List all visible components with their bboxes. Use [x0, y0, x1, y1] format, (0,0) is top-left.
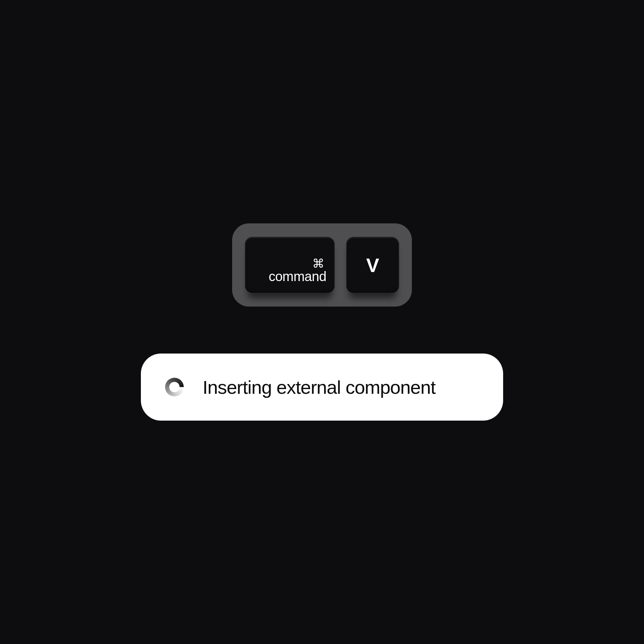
command-icon: ⌘	[312, 258, 324, 270]
v-key: V	[346, 237, 399, 293]
v-key-label: V	[366, 254, 379, 276]
command-key-label: command	[269, 269, 326, 284]
loading-spinner-icon	[165, 378, 184, 396]
command-key: ⌘ command	[245, 237, 335, 293]
keyboard-shortcut-display: ⌘ command V	[232, 223, 412, 307]
status-message: Inserting external component	[203, 376, 435, 398]
status-toast: Inserting external component	[141, 354, 503, 421]
